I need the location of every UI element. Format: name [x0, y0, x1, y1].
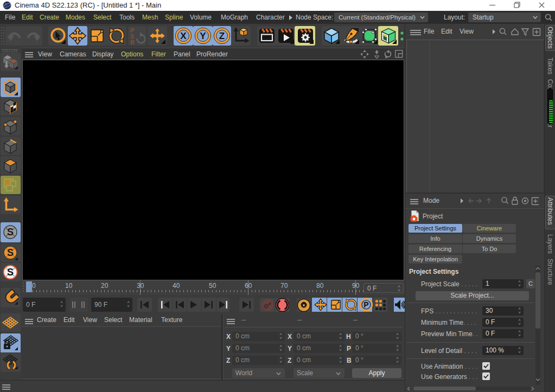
svg-text:P: P — [363, 300, 368, 309]
svg-text:Z: Z — [219, 31, 225, 41]
svg-text:R: R — [130, 39, 135, 44]
svg-text:S: S — [7, 247, 14, 258]
svg-text:S: S — [7, 227, 14, 237]
svg-text:Y: Y — [200, 31, 206, 41]
svg-text:S: S — [7, 267, 14, 278]
svg-text:X: X — [180, 31, 187, 41]
